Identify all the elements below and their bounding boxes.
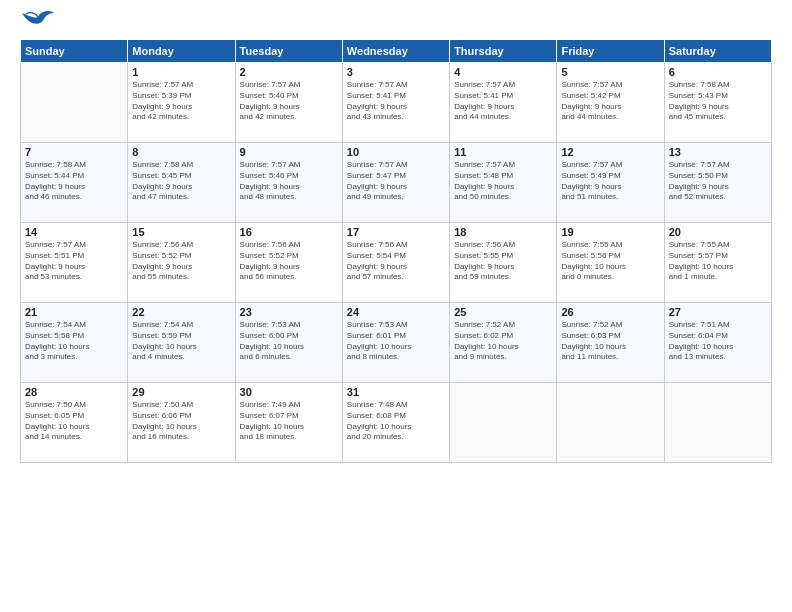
day-cell: 13Sunrise: 7:57 AMSunset: 5:50 PMDayligh… [664, 143, 771, 223]
day-number: 10 [347, 146, 445, 158]
day-cell: 22Sunrise: 7:54 AMSunset: 5:59 PMDayligh… [128, 303, 235, 383]
weekday-monday: Monday [128, 40, 235, 63]
day-info: Sunrise: 7:57 AMSunset: 5:46 PMDaylight:… [240, 160, 338, 203]
header [20, 15, 772, 31]
day-cell: 11Sunrise: 7:57 AMSunset: 5:48 PMDayligh… [450, 143, 557, 223]
day-info: Sunrise: 7:56 AMSunset: 5:55 PMDaylight:… [454, 240, 552, 283]
day-info: Sunrise: 7:57 AMSunset: 5:49 PMDaylight:… [561, 160, 659, 203]
day-info: Sunrise: 7:50 AMSunset: 6:06 PMDaylight:… [132, 400, 230, 443]
day-number: 17 [347, 226, 445, 238]
day-number: 23 [240, 306, 338, 318]
day-cell: 2Sunrise: 7:57 AMSunset: 5:40 PMDaylight… [235, 63, 342, 143]
day-info: Sunrise: 7:53 AMSunset: 6:00 PMDaylight:… [240, 320, 338, 363]
day-cell: 26Sunrise: 7:52 AMSunset: 6:03 PMDayligh… [557, 303, 664, 383]
day-info: Sunrise: 7:57 AMSunset: 5:42 PMDaylight:… [561, 80, 659, 123]
day-info: Sunrise: 7:57 AMSunset: 5:39 PMDaylight:… [132, 80, 230, 123]
day-info: Sunrise: 7:54 AMSunset: 5:59 PMDaylight:… [132, 320, 230, 363]
day-cell: 19Sunrise: 7:55 AMSunset: 5:56 PMDayligh… [557, 223, 664, 303]
day-number: 18 [454, 226, 552, 238]
day-number: 13 [669, 146, 767, 158]
day-number: 12 [561, 146, 659, 158]
day-cell [664, 383, 771, 463]
week-row-4: 28Sunrise: 7:50 AMSunset: 6:05 PMDayligh… [21, 383, 772, 463]
day-cell: 18Sunrise: 7:56 AMSunset: 5:55 PMDayligh… [450, 223, 557, 303]
day-cell: 14Sunrise: 7:57 AMSunset: 5:51 PMDayligh… [21, 223, 128, 303]
day-cell: 5Sunrise: 7:57 AMSunset: 5:42 PMDaylight… [557, 63, 664, 143]
day-number: 9 [240, 146, 338, 158]
day-cell: 10Sunrise: 7:57 AMSunset: 5:47 PMDayligh… [342, 143, 449, 223]
day-info: Sunrise: 7:56 AMSunset: 5:52 PMDaylight:… [240, 240, 338, 283]
day-number: 2 [240, 66, 338, 78]
day-number: 25 [454, 306, 552, 318]
day-cell: 1Sunrise: 7:57 AMSunset: 5:39 PMDaylight… [128, 63, 235, 143]
day-cell: 12Sunrise: 7:57 AMSunset: 5:49 PMDayligh… [557, 143, 664, 223]
week-row-1: 7Sunrise: 7:58 AMSunset: 5:44 PMDaylight… [21, 143, 772, 223]
day-number: 29 [132, 386, 230, 398]
day-number: 15 [132, 226, 230, 238]
day-info: Sunrise: 7:58 AMSunset: 5:45 PMDaylight:… [132, 160, 230, 203]
day-info: Sunrise: 7:57 AMSunset: 5:50 PMDaylight:… [669, 160, 767, 203]
calendar-table: SundayMondayTuesdayWednesdayThursdayFrid… [20, 39, 772, 463]
day-cell: 15Sunrise: 7:56 AMSunset: 5:52 PMDayligh… [128, 223, 235, 303]
day-info: Sunrise: 7:57 AMSunset: 5:47 PMDaylight:… [347, 160, 445, 203]
day-number: 14 [25, 226, 123, 238]
weekday-thursday: Thursday [450, 40, 557, 63]
day-cell [450, 383, 557, 463]
day-number: 4 [454, 66, 552, 78]
day-number: 20 [669, 226, 767, 238]
day-cell: 21Sunrise: 7:54 AMSunset: 5:58 PMDayligh… [21, 303, 128, 383]
logo [20, 15, 54, 31]
weekday-sunday: Sunday [21, 40, 128, 63]
day-number: 7 [25, 146, 123, 158]
day-info: Sunrise: 7:52 AMSunset: 6:02 PMDaylight:… [454, 320, 552, 363]
week-row-0: 1Sunrise: 7:57 AMSunset: 5:39 PMDaylight… [21, 63, 772, 143]
week-row-2: 14Sunrise: 7:57 AMSunset: 5:51 PMDayligh… [21, 223, 772, 303]
day-cell: 30Sunrise: 7:49 AMSunset: 6:07 PMDayligh… [235, 383, 342, 463]
day-info: Sunrise: 7:49 AMSunset: 6:07 PMDaylight:… [240, 400, 338, 443]
day-number: 6 [669, 66, 767, 78]
day-info: Sunrise: 7:54 AMSunset: 5:58 PMDaylight:… [25, 320, 123, 363]
day-info: Sunrise: 7:52 AMSunset: 6:03 PMDaylight:… [561, 320, 659, 363]
day-info: Sunrise: 7:56 AMSunset: 5:54 PMDaylight:… [347, 240, 445, 283]
day-cell: 7Sunrise: 7:58 AMSunset: 5:44 PMDaylight… [21, 143, 128, 223]
weekday-header-row: SundayMondayTuesdayWednesdayThursdayFrid… [21, 40, 772, 63]
day-info: Sunrise: 7:48 AMSunset: 6:08 PMDaylight:… [347, 400, 445, 443]
day-info: Sunrise: 7:53 AMSunset: 6:01 PMDaylight:… [347, 320, 445, 363]
day-number: 31 [347, 386, 445, 398]
day-info: Sunrise: 7:58 AMSunset: 5:43 PMDaylight:… [669, 80, 767, 123]
day-number: 8 [132, 146, 230, 158]
day-info: Sunrise: 7:55 AMSunset: 5:56 PMDaylight:… [561, 240, 659, 283]
day-info: Sunrise: 7:57 AMSunset: 5:41 PMDaylight:… [454, 80, 552, 123]
day-cell [557, 383, 664, 463]
day-number: 30 [240, 386, 338, 398]
day-cell: 31Sunrise: 7:48 AMSunset: 6:08 PMDayligh… [342, 383, 449, 463]
day-number: 22 [132, 306, 230, 318]
day-number: 21 [25, 306, 123, 318]
day-number: 3 [347, 66, 445, 78]
logo-bird-icon [22, 9, 54, 31]
day-info: Sunrise: 7:57 AMSunset: 5:51 PMDaylight:… [25, 240, 123, 283]
day-cell: 29Sunrise: 7:50 AMSunset: 6:06 PMDayligh… [128, 383, 235, 463]
day-info: Sunrise: 7:58 AMSunset: 5:44 PMDaylight:… [25, 160, 123, 203]
day-number: 5 [561, 66, 659, 78]
day-info: Sunrise: 7:57 AMSunset: 5:41 PMDaylight:… [347, 80, 445, 123]
day-cell: 23Sunrise: 7:53 AMSunset: 6:00 PMDayligh… [235, 303, 342, 383]
day-number: 28 [25, 386, 123, 398]
day-number: 19 [561, 226, 659, 238]
day-info: Sunrise: 7:56 AMSunset: 5:52 PMDaylight:… [132, 240, 230, 283]
day-number: 16 [240, 226, 338, 238]
weekday-friday: Friday [557, 40, 664, 63]
day-number: 1 [132, 66, 230, 78]
day-cell: 16Sunrise: 7:56 AMSunset: 5:52 PMDayligh… [235, 223, 342, 303]
day-number: 24 [347, 306, 445, 318]
week-row-3: 21Sunrise: 7:54 AMSunset: 5:58 PMDayligh… [21, 303, 772, 383]
day-cell: 24Sunrise: 7:53 AMSunset: 6:01 PMDayligh… [342, 303, 449, 383]
day-info: Sunrise: 7:57 AMSunset: 5:40 PMDaylight:… [240, 80, 338, 123]
day-cell: 3Sunrise: 7:57 AMSunset: 5:41 PMDaylight… [342, 63, 449, 143]
day-number: 11 [454, 146, 552, 158]
day-cell [21, 63, 128, 143]
day-cell: 6Sunrise: 7:58 AMSunset: 5:43 PMDaylight… [664, 63, 771, 143]
day-info: Sunrise: 7:57 AMSunset: 5:48 PMDaylight:… [454, 160, 552, 203]
weekday-tuesday: Tuesday [235, 40, 342, 63]
day-cell: 25Sunrise: 7:52 AMSunset: 6:02 PMDayligh… [450, 303, 557, 383]
